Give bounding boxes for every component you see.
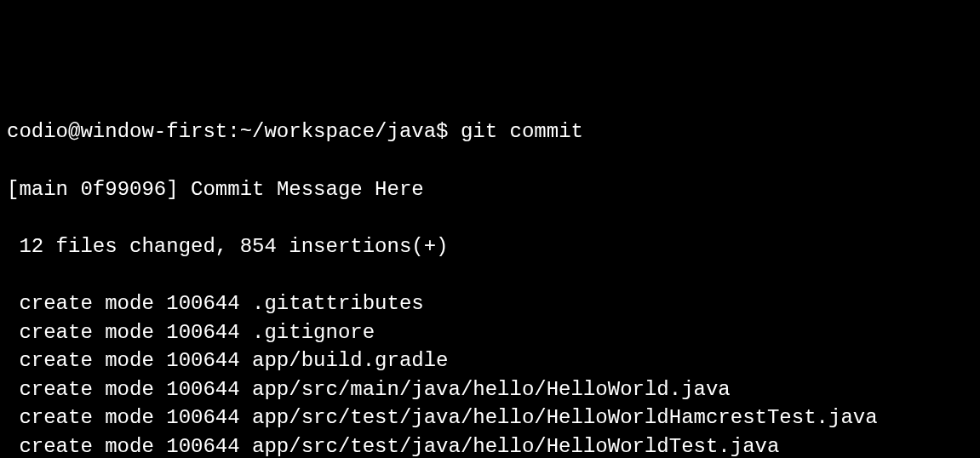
file-mode: 100644 (166, 435, 239, 458)
file-mode: 100644 (166, 321, 239, 344)
create-mode-line: create mode 100644 app/build.gradle (7, 346, 973, 375)
create-mode-line: create mode 100644 app/src/test/java/hel… (7, 404, 973, 432)
file-mode: 100644 (166, 378, 239, 401)
command-text: git commit (461, 120, 583, 143)
file-path: .gitattributes (252, 292, 424, 315)
commit-hash: 0f99096 (80, 178, 166, 201)
file-path: app/build.gradle (252, 349, 448, 372)
prompt-path: ~/workspace/java (240, 120, 436, 143)
created-files-list: create mode 100644 .gitattributes create… (7, 289, 973, 458)
file-path: .gitignore (252, 321, 375, 344)
file-path: app/src/test/java/hello/HelloWorldHamcre… (252, 406, 878, 429)
file-mode: 100644 (166, 349, 239, 372)
commit-header-line: [main 0f99096] Commit Message Here (7, 175, 973, 204)
branch-name: main (19, 178, 68, 201)
files-changed-count: 12 (19, 235, 43, 258)
insertions-count: 854 (240, 235, 277, 258)
prompt-host: window-first (80, 120, 227, 143)
create-mode-line: create mode 100644 app/src/test/java/hel… (7, 432, 973, 458)
prompt-symbol: $ (436, 120, 448, 143)
commit-message: Commit Message Here (191, 178, 424, 201)
file-mode: 100644 (166, 406, 239, 429)
summary-line: 12 files changed, 854 insertions(+) (7, 232, 973, 261)
file-mode: 100644 (166, 292, 239, 315)
file-path: app/src/main/java/hello/HelloWorld.java (252, 378, 731, 401)
prompt-line[interactable]: codio@window-first:~/workspace/java$ git… (7, 117, 973, 146)
create-mode-line: create mode 100644 .gitignore (7, 318, 973, 347)
prompt-user: codio (7, 120, 68, 143)
create-mode-line: create mode 100644 app/src/main/java/hel… (7, 375, 973, 404)
file-path: app/src/test/java/hello/HelloWorldTest.j… (252, 435, 779, 458)
create-mode-line: create mode 100644 .gitattributes (7, 289, 973, 318)
